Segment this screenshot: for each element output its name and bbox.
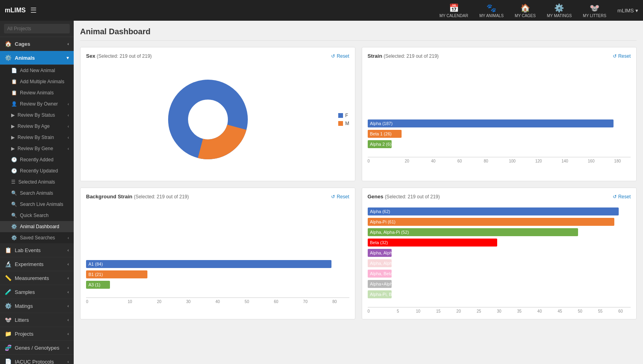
sex-reset-button[interactable]: ↺ Reset <box>331 53 349 59</box>
sub-review-by-age[interactable]: ▶ Review By Age ‹ <box>0 121 74 132</box>
animal-dashboard-icon: ⚙️ <box>11 224 17 229</box>
sidebar-item-lab-events[interactable]: 📋 Lab Events ‹ <box>0 243 74 257</box>
bar-label: B1 (21) <box>88 272 103 277</box>
sidebar-item-genes[interactable]: 🧬 Genes / Genotypes ‹ <box>0 341 74 355</box>
sidebar-item-matings[interactable]: ⚙️ Matings ‹ <box>0 299 74 313</box>
main-content: Animal Dashboard Sex (Selected: 219 out … <box>74 21 643 364</box>
user-menu[interactable]: mLIMS ▾ <box>618 8 638 14</box>
sub-recently-updated[interactable]: 🕐 Recently Updated <box>0 165 74 176</box>
svg-text:101: 101 <box>192 117 202 124</box>
measurements-chevron-icon: ‹ <box>67 276 69 280</box>
top-bar: mLIMS ☰ 📅 MY CALENDAR 🐾 MY ANIMALS 🏠 MY … <box>0 0 643 21</box>
x-tick: 100 <box>499 159 525 163</box>
saved-searches-icon: ⚙️ <box>11 235 17 241</box>
cages-sidebar-icon: 🏠 <box>5 41 12 47</box>
sidebar-search-container <box>0 21 74 37</box>
user-chevron-icon: ▾ <box>635 8 638 14</box>
bar-fill: Alpha+AlphaPi, Alpha+Pi (1) <box>368 280 392 288</box>
sidebar-item-samples[interactable]: 🧪 Samples ‹ <box>0 285 74 299</box>
x-tick: 15 <box>428 309 449 313</box>
bar-row: Alpha (187) <box>368 119 631 127</box>
bar-row: A1 (84) <box>86 260 349 268</box>
bar-row: Alpha, Beta (1) <box>368 270 631 278</box>
x-tick: 60 <box>610 309 631 313</box>
bg-strain-reset-button[interactable]: ↺ Reset <box>331 194 349 200</box>
experiments-chevron-icon: ‹ <box>67 262 69 266</box>
sub-search-live-animals[interactable]: 🔍 Search Live Animals <box>0 199 74 210</box>
sub-review-animals[interactable]: 📋 Review Animals <box>0 87 74 98</box>
nav-my-cages[interactable]: 🏠 MY CAGES <box>515 3 536 18</box>
search-live-icon: 🔍 <box>11 202 17 207</box>
nav-my-matings[interactable]: ⚙️ MY MATINGS <box>547 3 572 18</box>
sub-animal-dashboard[interactable]: ⚙️ Animal Dashboard <box>0 221 74 232</box>
x-tick: 10 <box>408 309 428 313</box>
sex-legend: F M <box>338 113 349 126</box>
x-tick: 45 <box>550 309 570 313</box>
bar-fill: Alpha, Alpha+AlphaPi, Alpha+Pi (5) <box>368 249 392 257</box>
sidebar-item-iacuc[interactable]: 📄 IACUC Protocols ‹ <box>0 355 74 364</box>
selected-animals-icon: ☰ <box>11 179 16 185</box>
app-logo: mLIMS <box>5 7 25 14</box>
sub-add-new-animal[interactable]: 📄 Add New Animal <box>0 65 74 76</box>
x-tick: 50 <box>232 299 261 304</box>
bar-row: Alpha-Pi (61) <box>368 218 631 226</box>
bar-fill: Alpha-Pi, Beta (1) <box>368 290 392 298</box>
x-tick: 40 <box>203 299 232 304</box>
sub-recently-added[interactable]: 🕐 Recently Added <box>0 154 74 165</box>
strain-chevron-icon: ‹ <box>68 135 69 140</box>
x-tick: 0 <box>86 299 115 304</box>
sub-saved-searches[interactable]: ⚙️ Saved Searches ‹ <box>0 232 74 243</box>
sidebar-item-experiments[interactable]: 🔬 Experiments ‹ <box>0 257 74 271</box>
strain-reset-icon: ↺ <box>613 53 617 59</box>
menu-icon[interactable]: ☰ <box>30 6 37 15</box>
x-tick: 140 <box>552 159 578 163</box>
strain-chart-title-area: Strain (Selected: 219 out of 219) <box>368 53 439 59</box>
measurements-icon: 📏 <box>5 275 12 281</box>
bar-fill: Alpha-Pi (61) <box>368 218 615 226</box>
genes-reset-button[interactable]: ↺ Reset <box>613 194 631 200</box>
bar-fill: Alpha, Alpha-AlphaPi (1) <box>368 259 392 267</box>
bar-row: Alpha (62) <box>368 207 631 215</box>
x-tick: 40 <box>529 309 550 313</box>
bar-row: Beta 1 (26) <box>368 130 631 138</box>
recently-added-icon: 🕐 <box>11 157 17 162</box>
x-tick: 0 <box>368 159 394 163</box>
nav-my-litters[interactable]: 🐭 MY LITTERS <box>583 3 606 18</box>
sub-review-by-owner[interactable]: 👤 Review By Owner ‹ <box>0 98 74 110</box>
sidebar-item-projects[interactable]: 📁 Projects ‹ <box>0 327 74 341</box>
bar-fill: Alpha, Beta (1) <box>368 270 392 278</box>
nav-my-calendar[interactable]: 📅 MY CALENDAR <box>439 3 468 18</box>
cages-chevron-icon: ‹ <box>67 41 69 46</box>
x-tick: 50 <box>570 309 590 313</box>
strain-reset-button[interactable]: ↺ Reset <box>613 53 631 59</box>
sub-add-multiple-animals[interactable]: 📋 Add Multiple Animals <box>0 76 74 87</box>
sub-review-by-strain[interactable]: ▶ Review By Strain ‹ <box>0 132 74 143</box>
nav-my-animals[interactable]: 🐾 MY ANIMALS <box>479 3 504 18</box>
sidebar-item-measurements[interactable]: 📏 Measurements ‹ <box>0 271 74 285</box>
sidebar-item-litters[interactable]: 🐭 Litters ‹ <box>0 313 74 327</box>
sub-search-animals[interactable]: 🔍 Search Animals <box>0 188 74 199</box>
review-strain-icon: ▶ <box>11 135 15 140</box>
nav-my-matings-label: MY MATINGS <box>547 14 572 18</box>
nav-my-calendar-label: MY CALENDAR <box>439 14 468 18</box>
username: mLIMS <box>618 8 634 14</box>
bar-fill: Alpha (187) <box>368 119 614 127</box>
bar-fill: Alpha 2 (6) <box>368 140 392 148</box>
sidebar-item-cages[interactable]: 🏠 Cages ‹ <box>0 37 74 51</box>
x-tick: 160 <box>578 159 604 163</box>
bar-label: Alpha-Pi, Beta (1) <box>370 292 405 297</box>
review-owner-icon: 👤 <box>11 101 17 107</box>
litters-icon: 🐭 <box>590 3 600 13</box>
x-tick: 0 <box>368 309 388 313</box>
x-tick: 80 <box>320 299 349 304</box>
sidebar-item-animals[interactable]: ⚙️ Animals ▾ <box>0 51 74 65</box>
bar-row: Alpha, Alpha-AlphaPi (1) <box>368 259 631 267</box>
x-tick: 120 <box>525 159 552 163</box>
sub-quick-search[interactable]: 🔍 Quick Search <box>0 210 74 221</box>
sub-selected-animals[interactable]: ☰ Selected Animals <box>0 176 74 188</box>
sub-review-by-status[interactable]: ▶ Review By Status ‹ <box>0 110 74 121</box>
project-search-input[interactable] <box>4 24 70 33</box>
genes-bars: Alpha (62) Alpha-Pi (61) Alpha, Alpha-Pi… <box>368 204 631 304</box>
bar-fill: A1 (84) <box>86 260 331 268</box>
sub-review-by-gene[interactable]: ▶ Review By Gene ‹ <box>0 143 74 154</box>
